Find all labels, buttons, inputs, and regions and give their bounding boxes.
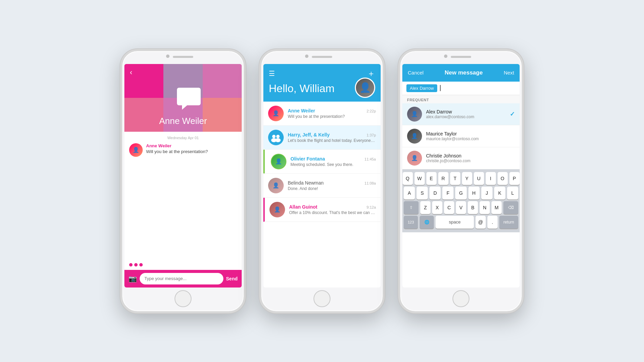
key-Y[interactable]: Y xyxy=(462,172,472,185)
recipient-chip[interactable]: Alex Darrow xyxy=(406,84,437,92)
contact-item[interactable]: 👤 Maurice Taylor maurice.taylor@contoso.… xyxy=(402,125,520,147)
key-space[interactable]: space xyxy=(436,216,474,229)
camera-button[interactable]: 📷 xyxy=(128,275,137,283)
key-G[interactable]: G xyxy=(455,187,466,199)
home-button[interactable] xyxy=(452,290,469,307)
contact-info: Christie Johnson christie.jo@contoso.com xyxy=(426,153,515,163)
phone2-header: ☰ ＋ Hello, William 👤 xyxy=(263,64,381,102)
key-C[interactable]: C xyxy=(444,201,454,214)
conv-time: 11:45a xyxy=(364,157,376,161)
key-delete[interactable]: ⌫ xyxy=(503,201,518,214)
contact-item[interactable]: 👤 Christie Johnson christie.jo@contoso.c… xyxy=(402,147,520,169)
conv-name: Anne Weiler xyxy=(288,108,315,113)
conversation-item[interactable]: Harry, Jeff, & Kelly 1:37p Let's book th… xyxy=(263,126,381,150)
message-date: Wednesday Apr 01 xyxy=(129,136,237,140)
frequent-section-label: FREQUENT xyxy=(402,95,520,103)
key-I[interactable]: I xyxy=(486,172,496,185)
key-return[interactable]: return xyxy=(499,216,518,229)
next-button[interactable]: Next xyxy=(504,70,514,76)
key-A[interactable]: A xyxy=(404,187,415,199)
key-X[interactable]: X xyxy=(432,201,442,214)
key-E[interactable]: E xyxy=(426,172,437,185)
phone-2-screen: ☰ ＋ Hello, William 👤 👤 Anne We xyxy=(263,64,381,288)
key-P[interactable]: P xyxy=(509,172,520,185)
key-shift[interactable]: ⇧ xyxy=(404,201,419,214)
key-N[interactable]: N xyxy=(480,201,490,214)
new-conversation-button[interactable]: ＋ xyxy=(367,68,375,79)
typing-indicator xyxy=(124,260,242,270)
key-M[interactable]: M xyxy=(491,201,502,214)
key-D[interactable]: D xyxy=(429,187,441,199)
contact-name: Anne Weiler xyxy=(124,116,242,126)
keyboard-row-2: A S D F G H J K L xyxy=(404,187,518,199)
phone3-header: Cancel New message Next xyxy=(402,64,520,82)
back-button[interactable]: ‹ xyxy=(130,68,132,77)
conv-preview: Done. And done! xyxy=(288,186,376,191)
conversation-item[interactable]: 👤 Belinda Newman 11:08a Done. And done! xyxy=(263,174,381,198)
typing-dot-2 xyxy=(134,263,138,267)
conv-name: Harry, Jeff, & Kelly xyxy=(288,132,329,137)
conversation-item[interactable]: 👤 Allan Guinot 9:12a Offer a 10% discoun… xyxy=(263,198,381,222)
phone-1: ‹ Anne Weiler Wednesday Apr 01 👤 Anne We… xyxy=(120,49,246,313)
conv-top: Allan Guinot 9:12a xyxy=(289,204,376,210)
contact-info: Maurice Taylor maurice.taylor@contoso.co… xyxy=(426,131,515,141)
cancel-button[interactable]: Cancel xyxy=(408,70,424,76)
key-S[interactable]: S xyxy=(417,187,428,199)
conv-top: Belinda Newman 11:08a xyxy=(288,180,376,186)
message-input[interactable] xyxy=(140,273,223,284)
key-U[interactable]: U xyxy=(474,172,484,185)
svg-point-2 xyxy=(269,131,283,144)
typing-dot-3 xyxy=(139,263,143,267)
phone-3-screen: Cancel New message Next Alex Darrow FREQ… xyxy=(402,64,520,288)
key-Z[interactable]: Z xyxy=(420,201,430,214)
key-at[interactable]: @ xyxy=(476,216,486,229)
send-button[interactable]: Send xyxy=(226,276,238,281)
key-Q[interactable]: Q xyxy=(403,172,413,185)
home-button[interactable] xyxy=(314,290,330,307)
key-F[interactable]: F xyxy=(442,187,454,199)
key-period[interactable]: . xyxy=(487,216,498,229)
svg-point-3 xyxy=(272,135,276,138)
conv-preview: Offer a 10% discount. That's the best we… xyxy=(289,210,376,215)
contact-avatar: 👤 xyxy=(407,129,422,144)
key-B[interactable]: B xyxy=(468,201,478,214)
message-content: Anne Weiler Will you be at the presentat… xyxy=(146,143,208,154)
key-T[interactable]: T xyxy=(450,172,460,185)
key-V[interactable]: V xyxy=(456,201,466,214)
user-avatar: 👤 xyxy=(355,78,375,98)
conv-preview: Will you be at the presentation? xyxy=(288,114,376,119)
conv-name: Allan Guinot xyxy=(289,204,317,210)
key-K[interactable]: K xyxy=(494,187,505,199)
home-button[interactable] xyxy=(175,290,192,307)
key-O[interactable]: O xyxy=(498,172,508,185)
chat-bubble-icon xyxy=(175,86,202,110)
contact-item[interactable]: 👤 Alex Darrow alex.darrow@contoso.com ✓ xyxy=(402,103,520,125)
svg-rect-0 xyxy=(177,88,201,105)
contact-email: maurice.taylor@contoso.com xyxy=(426,136,515,141)
keyboard-row-3: ⇧ Z X C V B N M ⌫ xyxy=(404,201,518,214)
conv-avatar xyxy=(268,130,284,145)
phones-container: ‹ Anne Weiler Wednesday Apr 01 👤 Anne We… xyxy=(107,36,537,327)
keyboard: Q W E R T Y U I O P A S D F G xyxy=(402,169,520,232)
message-text: Will you be at the presentation? xyxy=(146,149,208,154)
key-L[interactable]: L xyxy=(507,187,518,199)
menu-button[interactable]: ☰ xyxy=(269,69,275,78)
conversation-item[interactable]: 👤 Anne Weiler 2:22p Will you be at the p… xyxy=(263,102,381,126)
message-input-bar: 📷 Send xyxy=(124,270,242,288)
key-globe[interactable]: 🌐 xyxy=(420,216,434,229)
conv-body: Allan Guinot 9:12a Offer a 10% discount.… xyxy=(289,204,376,215)
svg-marker-1 xyxy=(182,105,187,110)
conv-time: 1:37p xyxy=(366,133,376,137)
contact-info: Alex Darrow alex.darrow@contoso.com xyxy=(426,109,506,119)
conv-top: Harry, Jeff, & Kelly 1:37p xyxy=(288,132,376,137)
tile-3 xyxy=(203,64,242,98)
contact-name: Christie Johnson xyxy=(426,153,515,158)
key-W[interactable]: W xyxy=(415,172,425,185)
conversation-item[interactable]: 👤 Olivier Fontana 11:45a Meeting schedul… xyxy=(263,150,381,174)
key-J[interactable]: J xyxy=(481,187,492,199)
key-R[interactable]: R xyxy=(438,172,448,185)
conv-avatar: 👤 xyxy=(271,154,286,169)
key-numbers[interactable]: 123 xyxy=(404,216,418,229)
key-H[interactable]: H xyxy=(468,187,480,199)
message-row: 👤 Anne Weiler Will you be at the present… xyxy=(129,143,237,157)
